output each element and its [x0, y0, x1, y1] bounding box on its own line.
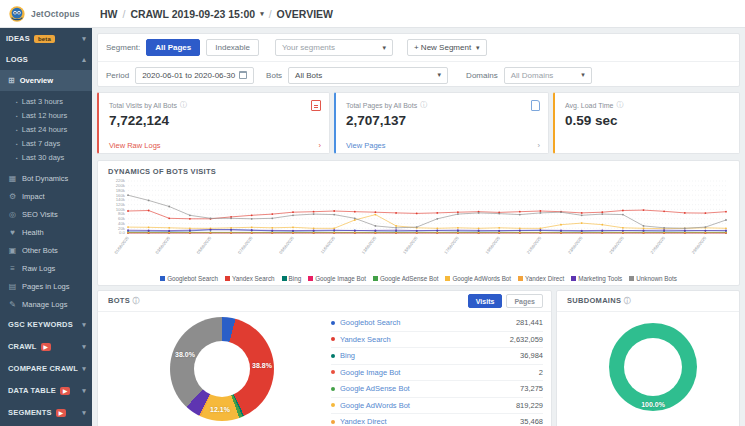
- subdomains-donut-chart[interactable]: 100.0%: [609, 323, 697, 411]
- visits-toggle-button[interactable]: Visits: [468, 294, 503, 308]
- page-icon[interactable]: [531, 100, 540, 111]
- info-icon[interactable]: ⓘ: [617, 100, 624, 110]
- donut-slice-label: 100.0%: [641, 401, 665, 408]
- dynamics-chart-title: DYNAMICS OF BOTS VISITS: [98, 161, 739, 176]
- svg-text:180k: 180k: [116, 188, 126, 193]
- sidebar-item-logs[interactable]: LOGS ▴: [0, 49, 92, 70]
- chevron-down-icon[interactable]: ▾: [260, 10, 264, 18]
- breadcrumb-crawl[interactable]: CRAWL 2019-09-23 15:00: [130, 8, 255, 20]
- svg-text:140k: 140k: [116, 197, 126, 202]
- bots-label: Bots: [266, 71, 282, 80]
- brand[interactable]: JetOctopus: [0, 5, 92, 23]
- sidebar-item-ideas[interactable]: IDEAS beta ▾: [0, 28, 92, 49]
- bot-visits-value: 36,984: [520, 351, 543, 360]
- view-pages-link[interactable]: View Pages: [346, 141, 385, 150]
- domains-value: All Domains: [511, 71, 554, 80]
- stat-title: Total Pages by All Botsⓘ: [336, 93, 548, 110]
- breadcrumb-page[interactable]: OVERVIEW: [277, 8, 333, 20]
- sidebar-item-manage-logs[interactable]: ✎Manage Logs: [0, 295, 92, 313]
- video-badge-icon: ▶: [56, 409, 66, 417]
- legend-item[interactable]: Yandex Search: [225, 275, 275, 282]
- all-pages-button[interactable]: All Pages: [146, 39, 200, 56]
- bullet-icon: ▪: [16, 99, 18, 105]
- pages-toggle-button[interactable]: Pages: [506, 294, 543, 308]
- bot-color-dot-icon: [331, 354, 335, 358]
- sidebar-log-items: ▦Bot Dynamics ⚙Impact ◎SEO Visits ♥Healt…: [0, 169, 92, 313]
- legend-item[interactable]: Google AdSense Bot: [373, 275, 438, 282]
- bot-name-link[interactable]: Google AdWords Bot: [340, 401, 410, 410]
- legend-item[interactable]: Google Image Bot: [308, 275, 366, 282]
- bots-select[interactable]: All Bots ▾: [288, 67, 448, 84]
- stat-value: 2,707,137: [336, 110, 548, 128]
- bot-name-link[interactable]: Googlebot Search: [340, 318, 400, 327]
- arrow-right-icon[interactable]: ›: [538, 141, 541, 150]
- chevron-down-icon: ▾: [82, 343, 86, 351]
- bot-name-link[interactable]: Google Image Bot: [340, 368, 400, 377]
- legend-swatch-icon: [160, 276, 165, 281]
- stat-value: 7,722,124: [99, 110, 329, 128]
- chevron-down-icon: ▾: [82, 321, 86, 329]
- indexable-button[interactable]: Indexable: [206, 39, 259, 56]
- bot-dynamics-icon: ▦: [8, 174, 17, 183]
- sidebar-logs-label: LOGS: [6, 55, 28, 64]
- arrow-right-icon[interactable]: ›: [319, 141, 322, 150]
- sidebar-time-link[interactable]: ▪Last 30 days: [16, 150, 92, 164]
- sidebar-time-link[interactable]: ▪Last 24 hours: [16, 122, 92, 136]
- donut-slice-label: 38.8%: [252, 362, 272, 369]
- sidebar-item-pages-in-logs[interactable]: ▤Pages in Logs: [0, 277, 92, 295]
- segment-row: Segment: All Pages Indexable Your segmen…: [98, 34, 739, 61]
- legend-item[interactable]: Unknown Bots: [629, 275, 677, 282]
- svg-text:160k: 160k: [116, 193, 126, 198]
- bot-name-link[interactable]: Yandex Search: [340, 335, 391, 344]
- info-icon[interactable]: ⓘ: [180, 100, 187, 110]
- sidebar-item-seo-visits[interactable]: ◎SEO Visits: [0, 205, 92, 223]
- bot-name-link[interactable]: Bing: [340, 351, 355, 360]
- sidebar-time-link[interactable]: ▪Last 7 days: [16, 136, 92, 150]
- main-content: Segment: All Pages Indexable Your segmen…: [92, 28, 745, 426]
- period-input[interactable]: 2020-06-01 to 2020-06-30: [135, 67, 254, 84]
- sidebar-time-link[interactable]: ▪Last 3 hours: [16, 94, 92, 108]
- bots-donut-chart[interactable]: 38.8%12.1%38.0%: [170, 317, 274, 421]
- legend-item[interactable]: Google AdWords Bot: [445, 275, 511, 282]
- legend-swatch-icon: [629, 276, 634, 281]
- new-segment-button[interactable]: + New Segment ▾: [407, 39, 487, 56]
- bots-title: BOTS ⓘ: [108, 296, 140, 306]
- legend-item[interactable]: Bing: [282, 275, 302, 282]
- sidebar-item-data-table[interactable]: DATA TABLE▶ ▾: [0, 380, 92, 401]
- sidebar-item-segments[interactable]: SEGMENTS▶ ▾: [0, 402, 92, 423]
- legend-item[interactable]: Marketing Tools: [571, 275, 622, 282]
- legend-item[interactable]: Yandex Direct: [518, 275, 564, 282]
- list-icon[interactable]: [311, 100, 321, 111]
- sidebar-item-bot-dynamics[interactable]: ▦Bot Dynamics: [0, 169, 92, 187]
- bot-visits-value: 819,229: [516, 401, 543, 410]
- sidebar-item-overview[interactable]: ⊞ Overview: [0, 70, 92, 91]
- sidebar-item-raw-logs[interactable]: ≡Raw Logs: [0, 259, 92, 277]
- sidebar-item-health[interactable]: ♥Health: [0, 223, 92, 241]
- sidebar-item-gsc-keywords[interactable]: GSC KEYWORDS ▾: [0, 314, 92, 335]
- new-segment-label: + New Segment: [414, 43, 471, 52]
- table-row: Google AdWords Bot 819,229: [331, 398, 543, 415]
- domains-select[interactable]: All Domains ▾: [504, 67, 592, 84]
- your-segments-select[interactable]: Your segments ▾: [275, 39, 393, 56]
- bullet-icon: ▪: [16, 113, 18, 119]
- info-icon[interactable]: ⓘ: [420, 100, 427, 110]
- sidebar-time-links: ▪Last 3 hours▪Last 12 hours▪Last 24 hour…: [0, 91, 92, 169]
- sidebar-item-compare-crawl[interactable]: COMPARE CRAWL ▾: [0, 358, 92, 379]
- view-raw-logs-link[interactable]: View Raw Logs: [109, 141, 161, 150]
- calendar-icon: [239, 71, 247, 79]
- sidebar-sections: GSC KEYWORDS ▾ CRAWL▶ ▾ COMPARE CRAWL ▾ …: [0, 314, 92, 423]
- sidebar-time-link[interactable]: ▪Last 12 hours: [16, 108, 92, 122]
- info-icon[interactable]: ⓘ: [132, 297, 139, 304]
- bot-name-link[interactable]: Yandex Direct: [340, 417, 387, 426]
- stat-value: 0.59 sec: [555, 110, 739, 128]
- legend-item[interactable]: Googlebot Search: [160, 275, 218, 282]
- breadcrumb-project[interactable]: HW: [100, 8, 118, 20]
- bot-name-link[interactable]: Google AdSense Bot: [340, 384, 410, 393]
- svg-text:80k: 80k: [118, 211, 126, 216]
- sidebar-item-other-bots[interactable]: ▣Other Bots: [0, 241, 92, 259]
- info-icon[interactable]: ⓘ: [624, 297, 631, 304]
- bots-visits-line-chart: 0.020k40k60k80k100k120k140k160k180k200k2…: [106, 177, 733, 255]
- sidebar-item-impact[interactable]: ⚙Impact: [0, 187, 92, 205]
- sidebar-item-crawl[interactable]: CRAWL▶ ▾: [0, 336, 92, 357]
- stat-card-total-pages: Total Pages by All Botsⓘ 2,707,137 View …: [334, 92, 549, 154]
